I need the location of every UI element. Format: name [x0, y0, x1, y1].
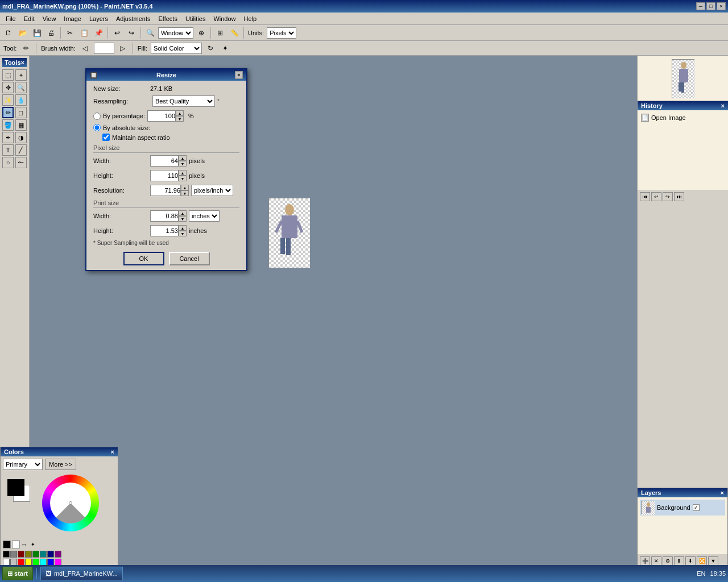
colors-more-button[interactable]: More >> — [45, 459, 76, 470]
colors-mode-select[interactable]: Primary Secondary — [3, 459, 43, 470]
black-swatch[interactable] — [3, 541, 11, 548]
close-button[interactable]: × — [717, 2, 726, 10]
resolution-unit-select[interactable]: pixels/inch pixels/cm — [191, 185, 233, 196]
paste-button[interactable]: 📌 — [92, 27, 105, 39]
palette-maroon[interactable] — [18, 551, 24, 558]
palette-navy[interactable] — [47, 551, 54, 558]
copy-button[interactable]: 📋 — [78, 27, 90, 39]
save-button[interactable]: 💾 — [31, 27, 43, 39]
brush-increase[interactable]: ▷ — [117, 42, 129, 55]
resolution-input[interactable] — [150, 185, 181, 196]
pixel-height-down[interactable]: ▼ — [179, 176, 187, 181]
units-select[interactable]: Pixels — [267, 27, 296, 39]
add-layer-button[interactable]: ➕ — [640, 556, 650, 566]
menu-utilities[interactable]: Utilities — [182, 14, 209, 23]
minimize-button[interactable]: ─ — [696, 2, 705, 10]
palette-green[interactable] — [32, 551, 39, 558]
menu-image[interactable]: Image — [60, 14, 85, 23]
pixel-width-down[interactable]: ▼ — [179, 161, 187, 167]
print-button[interactable]: 🖨 — [45, 27, 57, 39]
pencil-tool[interactable]: ✒ — [2, 132, 14, 143]
resampling-select[interactable]: Best Quality Bilinear Bicubic Nearest Ne… — [152, 95, 215, 107]
menu-effects[interactable]: Effects — [155, 14, 181, 23]
color-wheel-outer[interactable] — [42, 475, 99, 531]
pixel-width-input[interactable] — [150, 155, 179, 167]
move-layer-up-button[interactable]: ⬆ — [674, 556, 684, 566]
history-close-button[interactable]: × — [721, 102, 725, 109]
eraser-tool[interactable]: ◻ — [15, 107, 27, 118]
palette-purple[interactable] — [55, 551, 61, 558]
resize-close-button[interactable]: × — [235, 71, 243, 79]
palette-teal[interactable] — [40, 551, 47, 558]
taskbar-paintnet-item[interactable]: 🖼 mdl_FRA_MarineKW... — [40, 567, 123, 580]
shapes-tool[interactable]: ○ — [2, 157, 14, 168]
clone-stamp-tool[interactable]: ◑ — [15, 132, 27, 143]
primary-color-swatch[interactable] — [7, 479, 24, 496]
layer-properties-button[interactable]: ⚙ — [663, 556, 673, 566]
new-button[interactable]: 🗋 — [2, 27, 15, 39]
history-undo-button[interactable]: ↩ — [651, 192, 661, 201]
delete-layer-button[interactable]: ✕ — [651, 556, 661, 566]
menu-file[interactable]: File — [2, 14, 19, 23]
blend-mode[interactable]: ↻ — [204, 42, 217, 55]
redo-button[interactable]: ↪ — [125, 27, 138, 39]
layer-visibility-check[interactable]: ✓ — [693, 504, 700, 511]
start-button[interactable]: ⊞ start — [2, 567, 33, 580]
freeform-tool[interactable]: 〜 — [15, 157, 27, 168]
print-height-up[interactable]: ▲ — [179, 225, 187, 231]
brush-decrease[interactable]: ◁ — [79, 42, 92, 55]
brush-width-input[interactable]: 2 — [94, 43, 114, 54]
menu-edit[interactable]: Edit — [20, 14, 38, 23]
white-swatch[interactable] — [12, 541, 20, 548]
resolution-down[interactable]: ▼ — [181, 190, 189, 196]
brush-options[interactable]: ✦ — [219, 42, 231, 55]
percentage-down[interactable]: ▼ — [176, 116, 184, 122]
tools-close-button[interactable]: × — [21, 59, 24, 66]
by-absolute-radio[interactable] — [93, 124, 101, 131]
resize-ok-button[interactable]: OK — [123, 252, 164, 265]
percentage-up[interactable]: ▲ — [176, 110, 184, 116]
history-redo-button[interactable]: ↪ — [663, 192, 673, 201]
print-unit-select[interactable]: inches cm — [189, 210, 220, 222]
menu-layers[interactable]: Layers — [86, 14, 111, 23]
pixel-width-up[interactable]: ▲ — [179, 155, 187, 161]
rectangle-select-tool[interactable]: ⬚ — [2, 69, 14, 81]
eyedropper-tool[interactable]: 💧 — [15, 94, 27, 106]
merge-layer-button[interactable]: 🔀 — [697, 556, 707, 566]
print-width-input[interactable] — [150, 210, 179, 222]
zoom-tool[interactable]: 🔍 — [15, 82, 27, 93]
print-height-down[interactable]: ▼ — [179, 231, 187, 236]
text-tool[interactable]: T — [2, 144, 14, 156]
color-arrow[interactable]: ↔ — [21, 541, 27, 548]
menu-window[interactable]: Window — [210, 14, 239, 23]
history-last-button[interactable]: ⏭ — [674, 192, 684, 201]
move-tool[interactable]: ✥ — [2, 82, 14, 93]
layer-item[interactable]: Background ✓ — [640, 500, 725, 516]
history-item[interactable]: 📄 Open Image — [640, 113, 726, 123]
window-select[interactable]: Window — [158, 27, 193, 39]
menu-help[interactable]: Help — [241, 14, 260, 23]
maintain-aspect-checkbox[interactable] — [102, 134, 110, 141]
by-percentage-radio[interactable] — [93, 113, 101, 120]
palette-gray[interactable] — [10, 551, 17, 558]
colors-close-button[interactable]: × — [111, 448, 114, 455]
resolution-up[interactable]: ▲ — [181, 185, 189, 190]
print-width-up[interactable]: ▲ — [179, 210, 187, 216]
menu-adjustments[interactable]: Adjustments — [113, 14, 154, 23]
pixel-height-up[interactable]: ▲ — [179, 170, 187, 176]
print-height-input[interactable] — [150, 225, 179, 236]
percentage-input[interactable] — [147, 110, 176, 122]
flatten-button[interactable]: ▼ — [708, 556, 718, 566]
fill-select[interactable]: Solid Color — [151, 43, 202, 54]
cut-button[interactable]: ✂ — [64, 27, 76, 39]
move-layer-down-button[interactable]: ⬇ — [685, 556, 696, 566]
history-first-button[interactable]: ⏮ — [640, 192, 650, 201]
open-button[interactable]: 📂 — [16, 27, 29, 39]
undo-button[interactable]: ↩ — [111, 27, 123, 39]
palette-black[interactable] — [3, 551, 10, 558]
palette-olive[interactable] — [25, 551, 32, 558]
resize-cancel-button[interactable]: Cancel — [169, 252, 210, 265]
paintbrush-tool[interactable]: ✏ — [2, 107, 14, 118]
color-wheel-container[interactable] — [39, 475, 102, 537]
lasso-select-tool[interactable]: ⌖ — [15, 69, 27, 81]
